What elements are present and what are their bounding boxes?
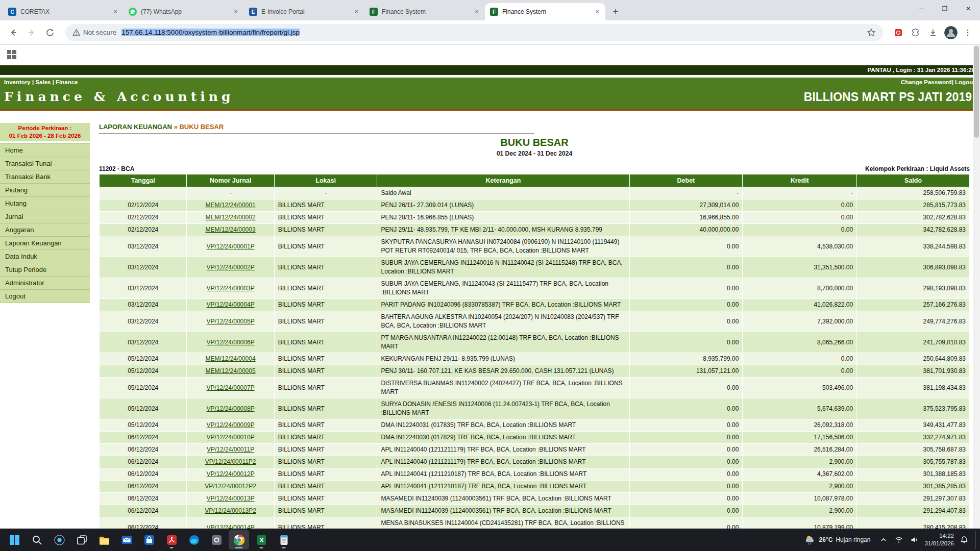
sidebar-item-home[interactable]: Home [0,144,90,157]
ledger-row: 02/12/2024MEM/12/24/00002BILLIONS MARTPE… [100,212,970,224]
sidebar-item-piutang[interactable]: Piutang [0,184,90,197]
maximize-button[interactable]: ❐ [933,0,957,17]
show-desktop-button[interactable] [975,531,978,549]
tray-icons-slot [878,535,919,545]
extensions-puzzle-icon[interactable] [909,26,923,40]
company-name: BILLIONS MART PS JATI 2019 [804,90,972,104]
sidebar-item-laporan-keuangan[interactable]: Laporan Keuangan [0,237,90,250]
tab-close-icon[interactable]: × [111,8,119,16]
copilot-icon[interactable] [49,530,69,549]
address-bar[interactable]: Not secure 157.66.14.118:5000/oxysystem-… [65,24,883,41]
browser-tab-77-whatsapp[interactable]: (77) WhatsApp× [124,3,244,20]
browser-tab-e-invoice-portal[interactable]: EE-Invoice Portal× [244,3,364,20]
journal-link[interactable]: MEM/12/24/00005 [206,367,256,374]
journal-link[interactable]: VP/12/24/00002P [207,264,255,271]
journal-link[interactable]: VP/12/24/00007P [207,384,255,391]
journal-link[interactable]: VP/12/24/00012P2 [205,483,256,490]
notepad-icon[interactable] [274,530,294,549]
tab-close-icon[interactable]: × [232,8,240,16]
journal-link[interactable]: VP/12/24/00011P2 [205,458,256,465]
profile-avatar[interactable] [944,26,958,39]
edge-icon[interactable] [184,530,204,549]
bookmark-star-icon[interactable] [867,28,876,37]
hidden-icons-chevron[interactable] [878,535,889,545]
settings-icon[interactable] [206,530,227,549]
module-link-sales[interactable]: Sales [35,79,51,85]
browser-menu-icon[interactable] [961,26,975,40]
taskbar-clock[interactable]: 14:22 31/01/2026 [924,532,954,547]
file-explorer-icon[interactable] [94,530,114,549]
start-icon[interactable] [4,530,24,549]
journal-link[interactable]: VP/12/24/00006P [207,339,255,346]
journal-link[interactable]: VP/12/24/00005P [207,318,255,325]
journal-link[interactable]: VP/12/24/00012P [207,470,255,478]
browser-tab-coretax[interactable]: CCORETAX× [3,3,124,20]
journal-link[interactable]: VP/12/24/00001P [207,243,255,250]
tab-title: (77) WhatsApp [141,8,229,15]
excel-icon[interactable] [251,530,272,549]
chrome-icon[interactable] [229,530,249,549]
volume-icon[interactable] [909,535,919,545]
outlook-icon[interactable] [116,530,137,549]
extension-acrobat-icon[interactable] [891,26,905,40]
sidebar-item-jurnal[interactable]: Jurnal [0,210,90,223]
acrobat-icon[interactable] [161,530,182,549]
journal-link[interactable]: VP/12/24/00009P [207,421,255,429]
journal-link[interactable]: VP/12/24/00013P [207,495,255,502]
sidebar-item-data-induk[interactable]: Data Induk [0,250,90,263]
not-secure-warning-icon [72,29,80,36]
sidebar-item-hutang[interactable]: Hutang [0,197,90,210]
journal-link[interactable]: MEM/12/24/00002 [206,214,256,221]
journal-link[interactable]: VP/12/24/00011P [207,446,254,453]
journal-link[interactable]: MEM/12/24/00003 [206,226,256,233]
sidebar-item-transaksi-bank[interactable]: Transaksi Bank [0,170,90,184]
journal-link[interactable]: VP/12/24/00010P [207,434,255,441]
tab-close-icon[interactable]: × [352,8,360,16]
general-ledger-table: TanggalNomor JurnalLokasiKeteranganDebet… [99,174,970,529]
browser-tab-finance-system[interactable]: FFinance System× [485,3,605,20]
journal-link[interactable]: VP/12/24/00003P [207,285,255,292]
journal-link[interactable]: MEM/12/24/00001 [206,202,256,209]
sidebar-item-administrator[interactable]: Administrator [0,277,90,290]
store-icon[interactable] [139,530,159,549]
tab-close-icon[interactable]: × [593,8,601,16]
notifications-icon[interactable] [959,535,969,545]
journal-link[interactable]: MEM/12/24/00004 [206,355,256,362]
tab-close-icon[interactable]: × [473,8,481,16]
new-tab-button[interactable]: + [608,5,623,19]
url-text[interactable]: 157.66.14.118:5000/oxysystem-billionmart… [121,29,300,36]
apps-grid-icon[interactable] [7,50,16,59]
wifi-icon[interactable] [894,535,904,545]
reload-icon[interactable] [42,24,58,41]
task-view-icon[interactable] [71,530,92,549]
journal-link[interactable]: VP/12/24/00008P [207,405,255,412]
page-scrollbar[interactable] [973,45,980,529]
downloads-icon[interactable] [926,26,940,40]
back-icon[interactable] [5,24,21,41]
ledger-row: 06/12/2024VP/12/24/00011PBILLIONS MARTAP… [100,444,970,456]
change-password-link[interactable]: Change Password [901,79,952,85]
coretax-favicon-icon: C [8,8,16,16]
search-icon[interactable] [27,530,47,549]
clock-date: 31/01/2026 [924,540,954,547]
sidebar-item-transaksi-tunai[interactable]: Transaksi Tunai [0,157,90,170]
journal-link[interactable]: VP/12/24/00004P [207,301,255,308]
minimize-button[interactable]: ─ [910,0,933,17]
weather-widget[interactable]: 26°C Hujan ringan [801,532,874,547]
module-link-inventory[interactable]: Inventory [4,79,31,85]
logout-link[interactable]: Logout [955,79,975,85]
scrollbar-thumb[interactable] [974,46,979,138]
sidebar-item-logout[interactable]: Logout [0,290,90,303]
sidebar-menu: HomeTransaksi TunaiTransaksi BankPiutang… [0,143,90,303]
table-header-row: TanggalNomor JurnalLokasiKeteranganDebet… [100,174,970,187]
sidebar-item-anggaran[interactable]: Anggaran [0,223,90,237]
journal-link[interactable]: VP/12/24/00013P2 [205,507,256,514]
browser-tab-finance-system[interactable]: FFinance System× [364,3,485,20]
forward-icon[interactable] [23,24,40,41]
sidebar-item-tutup-periode[interactable]: Tutup Periode [0,263,90,277]
breadcrumb-parent-link[interactable]: LAPORAN KEUANGAN [99,123,172,131]
journal-link[interactable]: VP/12/24/00014P [207,524,255,529]
ledger-row: 03/12/2024VP/12/24/00005PBILLIONS MARTBA… [100,311,970,332]
close-button[interactable]: ✕ [957,0,980,17]
module-link-finance[interactable]: Finance [56,79,78,85]
